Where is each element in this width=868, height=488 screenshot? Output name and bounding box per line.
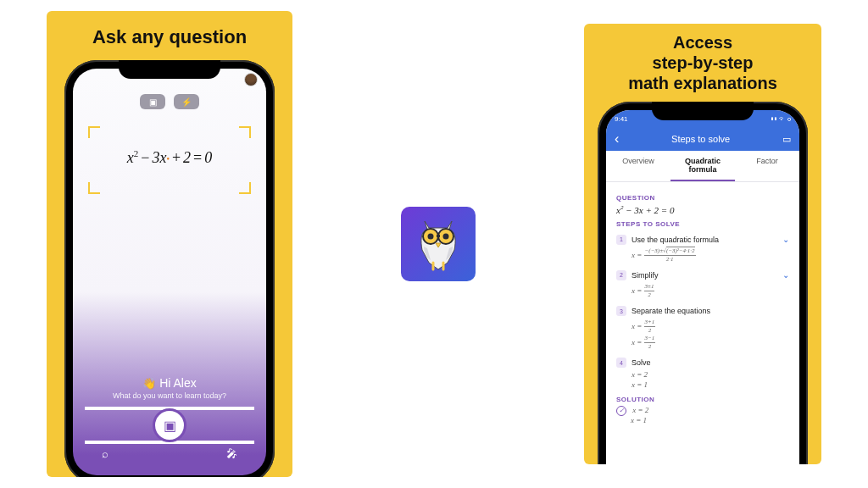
svg-point-3 — [428, 234, 434, 240]
step-title: Use the quadratic formula — [632, 236, 777, 244]
wave-icon: 👋 — [142, 377, 156, 390]
step-equation: x = −(−3)±√(−3)²−4·1·22·1 — [632, 247, 789, 263]
step-number: 2 — [616, 270, 626, 280]
question-label: QUESTION — [616, 194, 789, 202]
phone-notch — [119, 60, 220, 79]
header-title: Steps to solve — [671, 134, 730, 144]
phone-notch — [652, 102, 754, 120]
step-equation: x = 3+12 x = 3−12 — [632, 319, 789, 351]
crop-brackets[interactable] — [88, 126, 251, 194]
panel-title: Access step-by-step math explanations — [628, 32, 777, 93]
step-row[interactable]: 3 Separate the equations — [616, 306, 789, 316]
mode-toggles: ▣ ⚡ — [73, 94, 266, 109]
status-time: 9:41 — [615, 115, 628, 123]
bookmark-icon[interactable]: ▭ — [782, 134, 791, 145]
camera-icon: ▣ — [164, 418, 176, 434]
step-number: 3 — [616, 306, 626, 316]
greeting-subtitle: What do you want to learn today? — [73, 391, 266, 400]
solution-value: x = 1 — [631, 416, 647, 424]
promo-panel-steps: Access step-by-step math explanations 9:… — [584, 24, 821, 464]
chevron-down-icon: ⌄ — [782, 235, 789, 244]
tab-overview[interactable]: Overview — [606, 151, 670, 181]
steps-label: STEPS TO SOLVE — [616, 220, 789, 228]
app-icon — [401, 207, 476, 281]
camera-button[interactable]: ▣ — [153, 408, 186, 442]
solve-body: QUESTION x2 − 3x + 2 = 0 STEPS TO SOLVE … — [606, 182, 799, 435]
step-number: 4 — [616, 358, 626, 368]
owl-icon — [412, 216, 465, 272]
bottom-panel: 👋 Hi Alex What do you want to learn toda… — [73, 376, 266, 475]
tab-quadratic[interactable]: Quadratic formula — [670, 151, 735, 181]
search-icon[interactable]: ⌕ — [102, 447, 108, 460]
solution-value: x = 2 — [632, 406, 648, 414]
phone-mockup: 9:41 ▮▮ ᯤ ▢ ‹ Steps to solve ▭ Overview … — [598, 102, 808, 464]
step-equation: x = 3±12 — [632, 283, 789, 299]
step-equation: x = 2 x = 1 — [632, 370, 789, 390]
camera-bar: ▣ — [85, 407, 254, 444]
solution-label: SOLUTION — [616, 396, 789, 403]
capture-area: x2−3x•+2=0 — [73, 126, 266, 376]
back-icon[interactable]: ‹ — [615, 131, 619, 147]
step-title: Simplify — [632, 271, 777, 280]
solution-values: ✓ x = 2 x = 1 — [616, 406, 789, 426]
bottom-nav: ⌕ 🎤︎ — [73, 444, 266, 467]
chevron-down-icon: ⌄ — [782, 270, 789, 280]
phone-screen: ▣ ⚡ x2−3x•+2=0 👋 Hi Alex What do you wan… — [73, 69, 266, 475]
panel-title: Ask any question — [92, 26, 247, 48]
gallery-toggle[interactable]: ▣ — [140, 94, 165, 109]
tab-bar: Overview Quadratic formula Factor — [606, 151, 799, 182]
tab-factor[interactable]: Factor — [735, 151, 799, 181]
phone-mockup: ▣ ⚡ x2−3x•+2=0 👋 Hi Alex What do you wan… — [64, 60, 275, 477]
greeting-text: Hi Alex — [159, 376, 197, 390]
check-icon: ✓ — [616, 406, 626, 416]
step-title: Separate the equations — [632, 307, 789, 315]
step-title: Solve — [632, 358, 789, 367]
avatar[interactable] — [244, 73, 258, 86]
svg-rect-2 — [437, 235, 440, 237]
question-equation: x2 − 3x + 2 = 0 — [616, 204, 789, 215]
step-row[interactable]: 1 Use the quadratic formula ⌄ — [616, 235, 789, 245]
mic-icon[interactable]: 🎤︎ — [226, 447, 237, 460]
greeting: 👋 Hi Alex — [73, 376, 266, 390]
status-icons: ▮▮ ᯤ ▢ — [771, 115, 791, 123]
app-header: ‹ Steps to solve ▭ — [606, 127, 799, 151]
promo-panel-ask: Ask any question ▣ ⚡ x2−3x•+2=0 👋 — [47, 11, 292, 477]
phone-screen: 9:41 ▮▮ ᯤ ▢ ‹ Steps to solve ▭ Overview … — [606, 110, 799, 464]
flash-toggle[interactable]: ⚡ — [174, 94, 199, 109]
step-row[interactable]: 4 Solve — [616, 358, 789, 368]
svg-point-4 — [443, 234, 449, 240]
step-number: 1 — [616, 235, 626, 245]
step-row[interactable]: 2 Simplify ⌄ — [616, 270, 789, 280]
